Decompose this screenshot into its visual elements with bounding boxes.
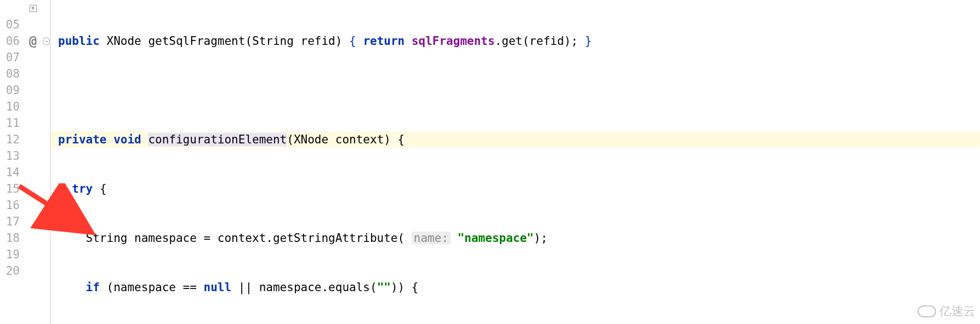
fold-gutter: – bbox=[43, 0, 50, 324]
line-number: 19 bbox=[0, 246, 20, 263]
override-gutter-icon[interactable]: @ bbox=[29, 33, 37, 49]
inlay-hint: name: bbox=[412, 232, 451, 245]
line-number: 17 bbox=[0, 213, 20, 230]
code-line[interactable] bbox=[58, 82, 980, 99]
marker-gutter: + @ bbox=[23, 0, 43, 324]
line-number: 11 bbox=[0, 115, 20, 131]
line-number: 09 bbox=[0, 82, 20, 99]
fold-icon[interactable]: – bbox=[43, 37, 50, 45]
line-number: 05 bbox=[0, 16, 20, 33]
line-number: 08 bbox=[0, 66, 20, 82]
line-number: 07 bbox=[0, 49, 20, 66]
line-number: 14 bbox=[0, 164, 20, 181]
watermark-text: 亿速云 bbox=[939, 303, 976, 320]
line-number: 15 bbox=[0, 181, 20, 197]
expand-icon[interactable]: + bbox=[30, 5, 37, 12]
line-number: 06 bbox=[0, 33, 20, 49]
code-line-current[interactable]: private void configurationElement(XNode … bbox=[50, 131, 980, 148]
cloud-icon bbox=[918, 305, 936, 317]
watermark: 亿速云 bbox=[918, 303, 976, 320]
line-number: 10 bbox=[0, 99, 20, 115]
code-area[interactable]: public XNode getSqlFragment(String refid… bbox=[50, 0, 980, 324]
code-line[interactable]: try { bbox=[58, 181, 980, 197]
line-number bbox=[0, 279, 20, 296]
line-number-gutter: 05 06 07 08 09 10 11 12 13 14 15 16 17 1… bbox=[0, 0, 23, 324]
code-line[interactable]: public XNode getSqlFragment(String refid… bbox=[58, 33, 980, 49]
code-line[interactable]: if (namespace == null || namespace.equal… bbox=[58, 279, 980, 296]
line-number: 12 bbox=[0, 131, 20, 148]
line-number: 16 bbox=[0, 197, 20, 213]
code-line[interactable]: String namespace = context.getStringAttr… bbox=[58, 230, 980, 246]
line-number: 20 bbox=[0, 263, 20, 279]
code-editor[interactable]: 05 06 07 08 09 10 11 12 13 14 15 16 17 1… bbox=[0, 0, 980, 324]
line-number: 18 bbox=[0, 230, 20, 246]
line-number bbox=[0, 0, 20, 16]
line-number: 13 bbox=[0, 148, 20, 164]
